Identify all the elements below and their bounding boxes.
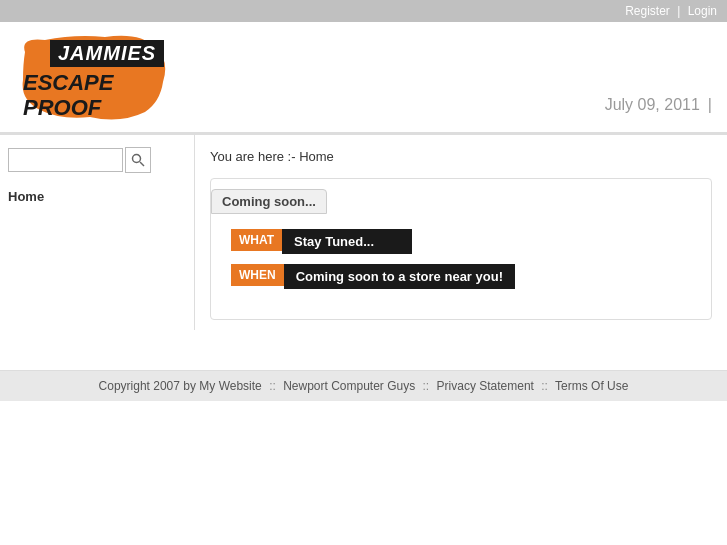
content-area: You are here :- Home Coming soon... WHAT… [195,135,727,330]
main-layout: Home You are here :- Home Coming soon...… [0,134,727,330]
logo-area: JAMMIES ESCAPEPROOF [15,32,175,122]
login-link[interactable]: Login [688,4,717,18]
footer-copyright: Copyright 2007 by My Website [99,379,262,393]
sidebar-nav: Home [8,187,186,206]
top-bar: Register | Login [0,0,727,22]
search-icon [131,153,145,167]
logo-tagline: ESCAPEPROOF [23,70,113,121]
search-button[interactable] [125,147,151,173]
footer-sep2: :: [423,379,430,393]
footer-link-terms[interactable]: Terms Of Use [555,379,628,393]
footer-sep3: :: [541,379,548,393]
footer-link-privacy[interactable]: Privacy Statement [437,379,534,393]
sidebar: Home [0,135,195,330]
footer-link-newport[interactable]: Newport Computer Guys [283,379,415,393]
what-row: WHAT Stay Tuned... [231,229,691,254]
svg-point-0 [133,155,141,163]
when-row: WHEN Coming soon to a store near you! [231,264,691,289]
logo-brand: JAMMIES [50,40,164,67]
header: JAMMIES ESCAPEPROOF July 09, 2011 | [0,22,727,134]
when-value: Coming soon to a store near you! [284,264,515,289]
svg-line-1 [140,162,144,166]
sidebar-item-home[interactable]: Home [8,187,186,206]
footer-sep1: :: [269,379,276,393]
top-bar-separator: | [677,4,680,18]
header-date-text: July 09, 2011 [605,96,700,114]
header-date: July 09, 2011 | [605,96,712,122]
header-date-separator: | [708,96,712,114]
breadcrumb: You are here :- Home [210,145,712,168]
what-value: Stay Tuned... [282,229,412,254]
when-label: WHEN [231,264,284,286]
register-link[interactable]: Register [625,4,670,18]
coming-soon-title: Coming soon... [211,189,327,214]
search-input[interactable] [8,148,123,172]
coming-soon-box: Coming soon... WHAT Stay Tuned... WHEN C… [210,178,712,320]
search-form [8,147,186,173]
footer: Copyright 2007 by My Website :: Newport … [0,370,727,401]
what-label: WHAT [231,229,282,251]
